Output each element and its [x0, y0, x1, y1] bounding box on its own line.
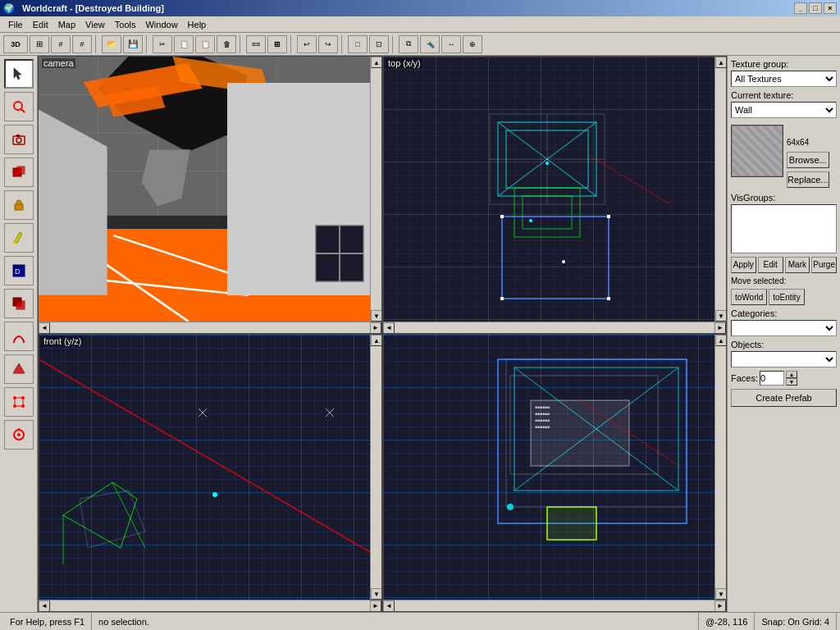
edit-btn[interactable]: Edit	[758, 257, 783, 273]
front-scroll-right[interactable]: ►	[370, 600, 381, 612]
btn-measure[interactable]: ↔	[441, 35, 461, 53]
tool-clip[interactable]	[4, 354, 34, 384]
camera-scrollbar-h[interactable]: ◄ ►	[39, 322, 381, 333]
btn-entity[interactable]: ⊕	[463, 35, 482, 53]
tool-magnify[interactable]	[4, 92, 34, 121]
minimize-btn[interactable]: _	[794, 2, 807, 14]
front-scroll-up[interactable]: ▲	[371, 335, 381, 346]
side-scroll-left[interactable]: ◄	[383, 600, 395, 612]
tool-arch[interactable]	[4, 322, 34, 351]
objects-select[interactable]	[731, 351, 837, 368]
btn-grid-toggle[interactable]: ⊞	[30, 35, 49, 53]
create-prefab-btn[interactable]: Create Prefab	[731, 389, 837, 407]
side-scrollbar-h[interactable]: ◄ ►	[383, 600, 726, 611]
btn-texture1[interactable]: ≡≡	[246, 35, 266, 53]
apply-btn[interactable]: Apply	[731, 257, 756, 273]
categories-select[interactable]	[731, 320, 837, 336]
current-texture-select[interactable]: Wall	[731, 102, 837, 118]
tool-pointer[interactable]	[4, 59, 34, 89]
top-scroll-left[interactable]: ◄	[383, 322, 395, 334]
btn-cut[interactable]: ✂	[153, 35, 172, 53]
svg-line-63	[39, 359, 381, 564]
tool-entity[interactable]	[4, 190, 34, 220]
side-scroll-right[interactable]: ►	[714, 600, 726, 612]
side-view-inner[interactable]: ■■■■■■ ■■■■■■ ■■■■■■ ■■■■■■	[383, 335, 726, 600]
btn-paste[interactable]: 📋	[195, 35, 215, 53]
top-scroll-down[interactable]: ▼	[715, 310, 726, 322]
faces-row: Faces: ▲ ▼	[731, 371, 837, 386]
maximize-btn[interactable]: □	[809, 2, 822, 14]
menu-bar: File Edit Map View Tools Window Help	[0, 16, 840, 33]
tool-paint[interactable]	[4, 223, 34, 253]
btn-open[interactable]: 📂	[102, 35, 121, 53]
menu-window[interactable]: Window	[140, 18, 182, 31]
front-scroll-left[interactable]: ◄	[39, 600, 50, 612]
menu-view[interactable]: View	[80, 18, 110, 31]
front-label: front (y/z)	[42, 336, 83, 346]
tool-block[interactable]	[4, 158, 34, 187]
viewport-camera[interactable]: camera ▲ ▼ ◄ ►	[38, 56, 382, 334]
side-scrollbar-v[interactable]: ▲ ▼	[714, 335, 726, 600]
scroll-down-arrow[interactable]: ▼	[371, 310, 381, 322]
top-scroll-up[interactable]: ▲	[715, 57, 726, 68]
svg-text:■■■■■■: ■■■■■■	[535, 404, 550, 409]
faces-down[interactable]: ▼	[786, 378, 797, 386]
mark-btn[interactable]: Mark	[785, 257, 810, 273]
menu-file[interactable]: File	[3, 18, 28, 31]
top-scrollbar-h[interactable]: ◄ ►	[383, 322, 726, 333]
tool-morph[interactable]	[4, 420, 34, 450]
btn-grid3[interactable]: #	[72, 35, 92, 53]
btn-select[interactable]: □	[348, 35, 368, 53]
btn-delete[interactable]: 🗑	[217, 35, 236, 53]
scroll-left-arrow[interactable]: ◄	[39, 322, 50, 334]
side-scroll-down[interactable]: ▼	[715, 588, 726, 600]
menu-help[interactable]: Help	[183, 18, 212, 31]
btn-redo[interactable]: ↪	[318, 35, 338, 53]
tool-decal[interactable]: D	[4, 256, 34, 285]
btn-camera[interactable]: ⧉	[399, 35, 418, 53]
camera-view-inner[interactable]: camera ▲ ▼	[39, 57, 381, 322]
selection-status: no selection.	[92, 613, 699, 630]
menu-edit[interactable]: Edit	[28, 18, 53, 31]
faces-up[interactable]: ▲	[786, 371, 797, 378]
faces-input[interactable]	[760, 371, 784, 386]
btn-light[interactable]: 🔦	[420, 35, 440, 53]
top-scroll-right[interactable]: ►	[714, 322, 726, 334]
btn-texture2[interactable]: ⊞	[267, 35, 287, 53]
btn-3d[interactable]: 3D	[3, 35, 28, 53]
top-view-inner[interactable]: top (x/y) ▲ ▼	[383, 57, 726, 322]
svg-marker-64	[63, 482, 137, 548]
front-scroll-down[interactable]: ▼	[371, 588, 381, 600]
tool-camera[interactable]	[4, 125, 34, 154]
browse-btn[interactable]: Browse...	[787, 152, 829, 168]
tool-vertex[interactable]	[4, 387, 34, 417]
btn-grid2[interactable]: #	[51, 35, 71, 53]
texture-group-select[interactable]: All Textures	[731, 71, 837, 87]
to-entity-btn[interactable]: toEntity	[769, 289, 804, 305]
menu-map[interactable]: Map	[53, 18, 80, 31]
btn-save[interactable]: 💾	[123, 35, 143, 53]
top-scrollbar-v[interactable]: ▲ ▼	[714, 57, 726, 322]
sep1	[95, 35, 98, 53]
camera-scrollbar-v[interactable]: ▲ ▼	[370, 57, 381, 322]
front-scrollbar-h[interactable]: ◄ ►	[39, 600, 381, 611]
tool-brush[interactable]	[4, 289, 34, 318]
viewport-side[interactable]: ■■■■■■ ■■■■■■ ■■■■■■ ■■■■■■	[382, 334, 727, 612]
scroll-right-arrow[interactable]: ►	[370, 322, 381, 334]
btn-undo[interactable]: ↩	[297, 35, 317, 53]
close-btn[interactable]: ×	[824, 2, 837, 14]
replace-btn[interactable]: Replace...	[787, 171, 829, 188]
menu-tools[interactable]: Tools	[110, 18, 141, 31]
top-scroll-track	[715, 68, 726, 310]
viewport-front[interactable]: front (y/z) ▲ ▼ ◄ ►	[38, 334, 382, 612]
front-view-inner[interactable]: front (y/z) ▲ ▼	[39, 335, 381, 600]
btn-select2[interactable]: ⊡	[369, 35, 389, 53]
visgroups-box[interactable]	[731, 204, 837, 253]
btn-copy[interactable]: 📋	[174, 35, 194, 53]
side-scroll-up[interactable]: ▲	[715, 335, 726, 346]
viewport-top[interactable]: top (x/y) ▲ ▼ ◄ ►	[382, 56, 727, 334]
front-scrollbar-v[interactable]: ▲ ▼	[370, 335, 381, 600]
scroll-up-arrow[interactable]: ▲	[371, 57, 381, 68]
purge-btn[interactable]: Purge	[811, 257, 837, 273]
to-world-btn[interactable]: toWorld	[731, 289, 767, 305]
